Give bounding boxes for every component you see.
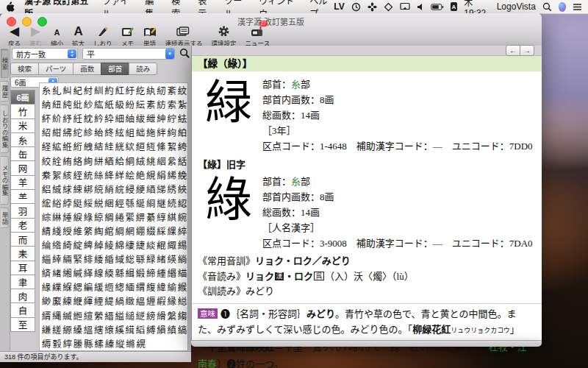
kanji-cell[interactable]: 縤: [93, 336, 104, 350]
search-tab-部首[interactable]: 部首: [101, 63, 129, 75]
search-tab-検索[interactable]: 検索: [10, 63, 39, 75]
kanji-cell[interactable]: 練: [62, 294, 72, 308]
kanji-cell[interactable]: 緇: [41, 252, 51, 266]
kanji-cell[interactable]: 縐: [177, 308, 187, 322]
kanji-cell[interactable]: 紣: [104, 111, 114, 125]
kanji-cell[interactable]: 緻: [125, 294, 135, 308]
kanji-cell[interactable]: 組: [125, 125, 135, 139]
kanji-cell[interactable]: 絠: [62, 154, 72, 168]
kanji-cell[interactable]: 綤: [125, 210, 135, 224]
kanji-cell[interactable]: 終: [104, 125, 114, 139]
kanji-cell[interactable]: 紇: [135, 83, 146, 97]
kanji-cell[interactable]: 紓: [62, 111, 72, 125]
kanji-cell[interactable]: 綜: [41, 210, 51, 224]
kanji-cell[interactable]: 締: [146, 266, 156, 280]
kanji-cell[interactable]: 綻: [73, 238, 83, 252]
radical-cell[interactable]: 缶: [10, 146, 35, 161]
kanji-cell[interactable]: 縏: [167, 308, 177, 322]
kanji-cell[interactable]: 紋: [177, 83, 187, 97]
kanji-cell[interactable]: 綞: [62, 210, 72, 224]
kanji-cell[interactable]: 緲: [41, 294, 51, 308]
kanji-cell[interactable]: 縘: [115, 322, 125, 336]
kanji-cell[interactable]: 縂: [177, 294, 187, 308]
kanji-cell[interactable]: 絳: [104, 168, 114, 182]
kanji-cell[interactable]: 綅: [125, 182, 135, 196]
kanji-cell[interactable]: 縁: [167, 294, 177, 308]
kanji-cell[interactable]: 絇: [167, 125, 177, 139]
kanji-cell[interactable]: 絞: [41, 154, 51, 168]
kanji-cell[interactable]: 紿: [93, 125, 104, 139]
kanji-cell[interactable]: 紛: [125, 97, 135, 111]
kanji-cell[interactable]: 綗: [146, 196, 156, 210]
kanji-cell[interactable]: 綼: [83, 238, 93, 252]
preferences-button[interactable]: 環境設定: [208, 23, 240, 47]
kanji-cell[interactable]: 絣: [93, 154, 104, 168]
kanji-cell[interactable]: 絮: [51, 168, 62, 182]
radical-cell[interactable]: ⺷: [10, 189, 35, 204]
kanji-cell[interactable]: 納: [41, 97, 51, 111]
kanji-cell[interactable]: 緎: [115, 252, 125, 266]
kanji-cell[interactable]: 緝: [125, 266, 135, 280]
kanji-cell[interactable]: 綫: [51, 224, 62, 238]
kanji-cell[interactable]: 絆: [156, 125, 166, 139]
kanji-cell[interactable]: 絧: [125, 154, 135, 168]
kanji-cell[interactable]: 線: [93, 266, 104, 280]
kanji-cell[interactable]: 絹: [156, 168, 166, 182]
kanji-cell[interactable]: 綰: [104, 224, 114, 238]
kanji-cell[interactable]: 縚: [135, 322, 146, 336]
radical-cell[interactable]: 羊: [10, 175, 35, 190]
side-tab-search[interactable]: 検索: [1, 49, 9, 78]
kanji-cell[interactable]: 縎: [156, 308, 166, 322]
kanji-cell[interactable]: 絜: [167, 139, 177, 153]
kanji-cell[interactable]: 緮: [146, 280, 156, 294]
next-entry-button[interactable]: →: [520, 45, 534, 56]
kanji-cell[interactable]: 緈: [51, 252, 62, 266]
kanji-cell[interactable]: 紃: [93, 83, 104, 97]
search-button[interactable]: [179, 47, 190, 59]
kanji-cell[interactable]: 緦: [73, 280, 83, 294]
kanji-cell[interactable]: 給: [115, 154, 125, 168]
kanji-cell[interactable]: 緂: [146, 238, 156, 252]
kanji-cell[interactable]: 綉: [167, 182, 177, 196]
kanji-cell[interactable]: 紝: [73, 111, 83, 125]
kanji-cell[interactable]: 絝: [177, 139, 187, 153]
kanji-cell[interactable]: 綌: [51, 196, 62, 210]
kanji-cell[interactable]: 絬: [177, 154, 187, 168]
kanji-cell[interactable]: 紲: [146, 111, 156, 125]
kanji-cell[interactable]: 緋: [83, 252, 93, 266]
kanji-cell[interactable]: 絋: [51, 139, 62, 153]
kanji-cell[interactable]: 絓: [104, 139, 114, 153]
kanji-cell[interactable]: 紙: [104, 97, 114, 111]
kanji-cell[interactable]: 縖: [93, 322, 104, 336]
kanji-cell[interactable]: 素: [146, 97, 156, 111]
kanji-cell[interactable]: 絟: [51, 154, 62, 168]
kanji-cell[interactable]: 縟: [41, 336, 51, 350]
radical-cell[interactable]: 耒: [10, 246, 35, 261]
kanji-cell[interactable]: 綄: [115, 182, 125, 196]
kanji-cell[interactable]: 縅: [62, 308, 72, 322]
search-tab-読み[interactable]: 読み: [129, 63, 157, 75]
kanji-cell[interactable]: 綍: [62, 196, 72, 210]
kanji-cell[interactable]: 緗: [62, 266, 72, 280]
kanji-cell[interactable]: 綸: [41, 238, 51, 252]
kanji-cell[interactable]: 緭: [135, 280, 146, 294]
kanji-cell[interactable]: 縡: [62, 336, 73, 350]
kanji-cell[interactable]: 縒: [51, 322, 62, 336]
kanji-cell[interactable]: 縔: [73, 322, 83, 336]
radical-cell[interactable]: 耳: [10, 261, 35, 275]
kanji-cell[interactable]: 綬: [62, 224, 72, 238]
radical-link[interactable]: 糸: [291, 79, 301, 90]
kanji-cell[interactable]: 緺: [115, 294, 125, 308]
kanji-cell[interactable]: 經: [115, 196, 125, 210]
kanji-cell[interactable]: 絿: [62, 182, 72, 196]
kanji-cell[interactable]: 綛: [177, 196, 187, 210]
kanji-cell[interactable]: 緌: [93, 252, 104, 266]
kanji-cell[interactable]: 緖: [51, 266, 62, 280]
kanji-cell[interactable]: 緰: [167, 280, 177, 294]
kanji-cell[interactable]: 縥: [104, 336, 115, 350]
side-tab-1[interactable]: 履歴: [1, 81, 9, 102]
kanji-cell[interactable]: 紞: [83, 111, 93, 125]
menubar-brand[interactable]: LogoVista: [497, 1, 536, 12]
kanji-cell[interactable]: 綁: [83, 182, 93, 196]
kanji-cell[interactable]: 級: [115, 97, 125, 111]
